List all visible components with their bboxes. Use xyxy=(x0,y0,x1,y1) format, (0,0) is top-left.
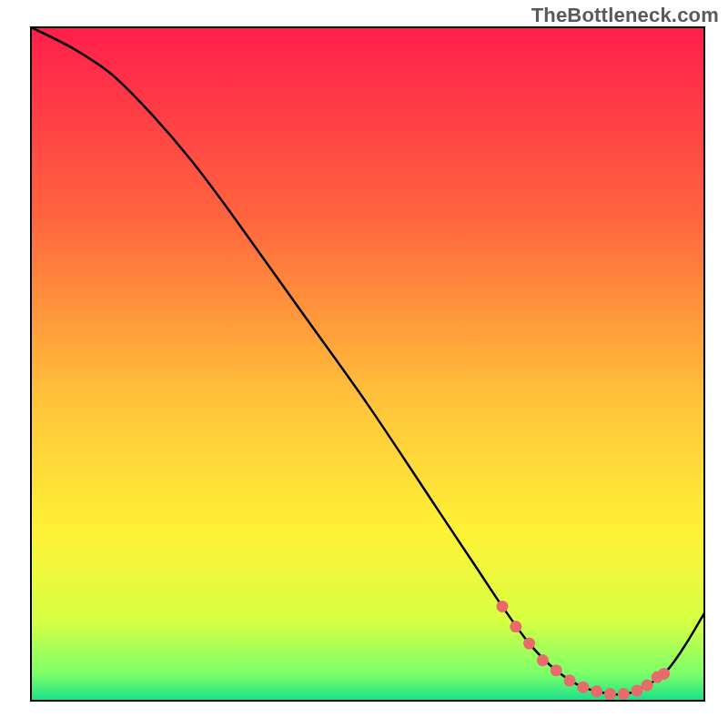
marker-dot xyxy=(564,674,576,686)
marker-dot xyxy=(618,688,630,700)
marker-dot xyxy=(642,679,653,691)
bottleneck-chart xyxy=(0,0,728,728)
marker-dot xyxy=(658,668,670,680)
plot-area xyxy=(31,27,704,701)
marker-dot xyxy=(497,601,509,612)
marker-dot xyxy=(537,654,549,666)
marker-dot xyxy=(604,688,616,700)
marker-dot xyxy=(577,682,589,693)
marker-dot xyxy=(523,638,535,650)
marker-dot xyxy=(510,621,521,632)
chart-container: TheBottleneck.com xyxy=(0,0,728,728)
marker-dot xyxy=(632,684,643,696)
marker-dot xyxy=(551,664,562,676)
marker-dot xyxy=(591,685,602,697)
watermark-text: TheBottleneck.com xyxy=(531,4,719,27)
